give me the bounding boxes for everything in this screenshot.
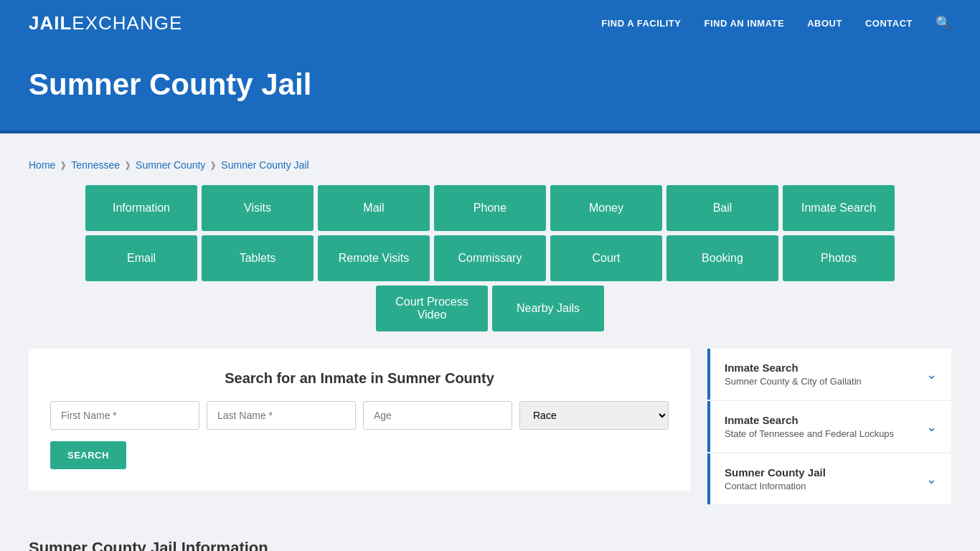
age-input[interactable] [363, 401, 512, 430]
section-heading: Sumner County Jail Information [29, 539, 690, 551]
breadcrumb-sep-2: ❱ [124, 160, 131, 170]
btn-court-process-video[interactable]: Court Process Video [376, 286, 488, 331]
chevron-down-icon-1: ⌄ [926, 367, 937, 382]
btn-booking[interactable]: Booking [666, 235, 778, 281]
btn-visits[interactable]: Visits [202, 185, 314, 231]
button-grid: Information Visits Mail Phone Money Bail… [29, 185, 951, 331]
content-wrapper: Home ❱ Tennessee ❱ Sumner County ❱ Sumne… [0, 133, 980, 551]
hero-section: Sumner County Jail [0, 46, 980, 133]
sidebar: Inmate Search Sumner County & City of Ga… [707, 349, 951, 504]
breadcrumb-tennessee[interactable]: Tennessee [71, 159, 120, 171]
logo-jail: JAIL [29, 12, 72, 34]
site-header: JAILEXCHANGE FIND A FACILITY FIND AN INM… [0, 0, 980, 46]
sidebar-item-1[interactable]: Inmate Search Sumner County & City of Ga… [707, 349, 951, 400]
btn-mail[interactable]: Mail [318, 185, 430, 231]
sidebar-item-3[interactable]: Sumner County Jail Contact Information ⌄ [707, 453, 951, 504]
btn-money[interactable]: Money [550, 185, 662, 231]
nav-contact[interactable]: CONTACT [865, 18, 913, 29]
btn-photos[interactable]: Photos [783, 235, 895, 281]
logo-exchange: EXCHANGE [72, 12, 182, 34]
btn-information[interactable]: Information [85, 185, 197, 231]
site-logo[interactable]: JAILEXCHANGE [29, 12, 182, 34]
nav-about[interactable]: ABOUT [807, 18, 842, 29]
btn-court[interactable]: Court [550, 235, 662, 281]
button-row-3: Court Process Video Nearby Jails [376, 286, 604, 331]
breadcrumb-sumner-county[interactable]: Sumner County [136, 159, 205, 171]
btn-bail[interactable]: Bail [666, 185, 778, 231]
nav-find-facility[interactable]: FIND A FACILITY [601, 18, 681, 29]
breadcrumb: Home ❱ Tennessee ❱ Sumner County ❱ Sumne… [29, 148, 951, 185]
chevron-down-icon-3: ⌄ [926, 471, 937, 487]
sidebar-item-1-sub: Sumner County & City of Gallatin [725, 376, 862, 387]
btn-nearby-jails[interactable]: Nearby Jails [492, 286, 604, 331]
chevron-down-icon-2: ⌄ [926, 419, 937, 435]
sidebar-item-3-sub: Contact Information [725, 481, 826, 491]
breadcrumb-sep-3: ❱ [209, 160, 217, 170]
sidebar-item-1-title: Inmate Search [725, 362, 862, 374]
last-name-input[interactable] [207, 401, 356, 430]
search-box: Search for an Inmate in Sumner County Ra… [29, 349, 690, 491]
btn-email[interactable]: Email [85, 235, 197, 281]
breadcrumb-sep-1: ❱ [60, 160, 67, 170]
button-row-1: Information Visits Mail Phone Money Bail… [85, 185, 895, 231]
btn-phone[interactable]: Phone [434, 185, 546, 231]
btn-tablets[interactable]: Tablets [202, 235, 314, 281]
breadcrumb-home[interactable]: Home [29, 159, 55, 171]
first-name-input[interactable] [50, 401, 199, 430]
lower-section: Sumner County Jail Information [29, 522, 951, 551]
btn-inmate-search[interactable]: Inmate Search [783, 185, 895, 231]
page-title: Sumner County Jail [29, 67, 951, 102]
search-icon[interactable]: 🔍 [936, 15, 951, 31]
nav-find-inmate[interactable]: FIND AN INMATE [704, 18, 784, 29]
sidebar-item-2[interactable]: Inmate Search State of Tennessee and Fed… [707, 401, 951, 452]
search-title: Search for an Inmate in Sumner County [50, 370, 669, 387]
button-row-2: Email Tablets Remote Visits Commissary C… [85, 235, 895, 281]
main-nav: FIND A FACILITY FIND AN INMATE ABOUT CON… [601, 15, 951, 31]
sidebar-item-2-sub: State of Tennessee and Federal Lockups [725, 428, 894, 439]
btn-commissary[interactable]: Commissary [434, 235, 546, 281]
sidebar-item-2-title: Inmate Search [725, 414, 894, 426]
btn-remote-visits[interactable]: Remote Visits [318, 235, 430, 281]
race-select[interactable]: Race White Black Hispanic Asian Other [519, 401, 669, 430]
search-fields: Race White Black Hispanic Asian Other [50, 401, 669, 430]
sidebar-item-3-title: Sumner County Jail [725, 466, 826, 479]
search-button[interactable]: SEARCH [50, 441, 126, 469]
breadcrumb-current: Sumner County Jail [221, 159, 308, 171]
main-layout: Search for an Inmate in Sumner County Ra… [29, 349, 951, 504]
